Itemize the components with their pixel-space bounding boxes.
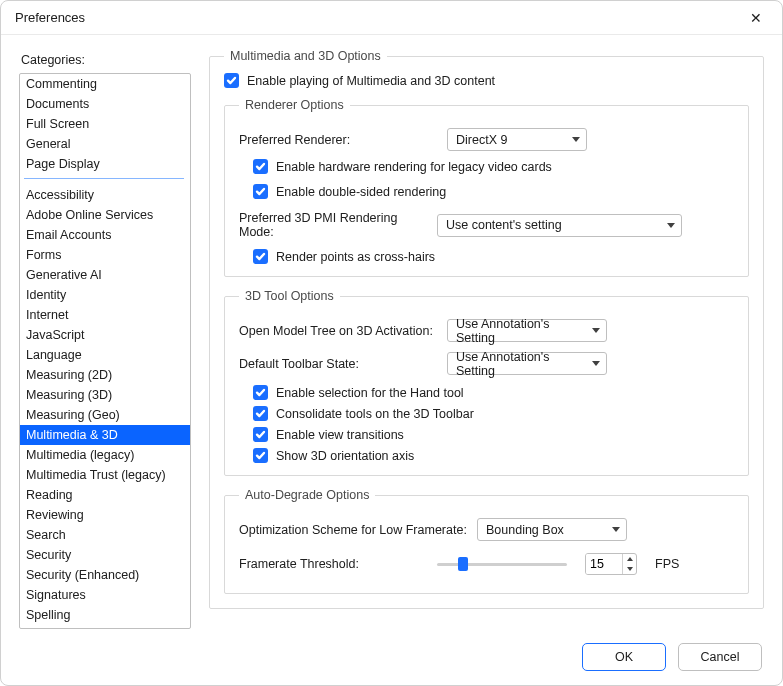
category-item[interactable]: Spelling bbox=[20, 605, 190, 625]
field-label: Framerate Threshold: bbox=[239, 557, 419, 571]
select-value: DirectX 9 bbox=[456, 133, 507, 147]
pmi-mode-select[interactable]: Use content's setting bbox=[437, 214, 682, 237]
chevron-down-icon bbox=[627, 567, 633, 571]
category-item[interactable]: Multimedia Trust (legacy) bbox=[20, 465, 190, 485]
category-item[interactable]: Multimedia & 3D bbox=[20, 425, 190, 445]
checkbox-label: Show 3D orientation axis bbox=[276, 449, 414, 463]
checkbox-checked-icon bbox=[253, 184, 268, 199]
enable-playing-checkbox[interactable]: Enable playing of Multimedia and 3D cont… bbox=[224, 73, 749, 88]
spinner-down-button[interactable] bbox=[623, 564, 636, 574]
category-item[interactable]: Identity bbox=[20, 285, 190, 305]
checkbox-label: Enable hardware rendering for legacy vid… bbox=[276, 160, 552, 174]
category-item[interactable]: Tracker bbox=[20, 625, 190, 629]
preferred-renderer-row: Preferred Renderer: DirectX 9 bbox=[239, 128, 734, 151]
checkbox-checked-icon bbox=[253, 448, 268, 463]
optimization-scheme-row: Optimization Scheme for Low Framerate: B… bbox=[239, 518, 734, 541]
checkbox-checked-icon bbox=[253, 159, 268, 174]
select-value: Use content's setting bbox=[446, 218, 562, 232]
view-transitions-checkbox[interactable]: Enable view transitions bbox=[253, 427, 734, 442]
close-button[interactable]: ✕ bbox=[742, 4, 770, 32]
chevron-down-icon bbox=[592, 328, 600, 333]
double-sided-checkbox[interactable]: Enable double-sided rendering bbox=[253, 184, 734, 199]
consolidate-tools-checkbox[interactable]: Consolidate tools on the 3D Toolbar bbox=[253, 406, 734, 421]
categories-list[interactable]: CommentingDocumentsFull ScreenGeneralPag… bbox=[19, 73, 191, 629]
category-item[interactable]: Measuring (Geo) bbox=[20, 405, 190, 425]
category-item[interactable]: Internet bbox=[20, 305, 190, 325]
chevron-up-icon bbox=[627, 557, 633, 561]
category-item[interactable]: Adobe Online Services bbox=[20, 205, 190, 225]
category-item[interactable]: Accessibility bbox=[20, 185, 190, 205]
checkbox-label: Render points as cross-hairs bbox=[276, 250, 435, 264]
framerate-threshold-row: Framerate Threshold: FPS bbox=[239, 553, 734, 575]
auto-degrade-group: Auto-Degrade Options Optimization Scheme… bbox=[224, 488, 749, 594]
category-item[interactable]: Security (Enhanced) bbox=[20, 565, 190, 585]
window-title: Preferences bbox=[15, 10, 85, 25]
checkbox-label: Enable selection for the Hand tool bbox=[276, 386, 464, 400]
field-label: Preferred Renderer: bbox=[239, 133, 439, 147]
crosshairs-checkbox[interactable]: Render points as cross-hairs bbox=[253, 249, 734, 264]
checkbox-label: Enable playing of Multimedia and 3D cont… bbox=[247, 74, 495, 88]
ok-button[interactable]: OK bbox=[582, 643, 666, 671]
button-label: Cancel bbox=[701, 650, 740, 664]
preferred-renderer-select[interactable]: DirectX 9 bbox=[447, 128, 587, 151]
chevron-down-icon bbox=[612, 527, 620, 532]
orientation-axis-checkbox[interactable]: Show 3D orientation axis bbox=[253, 448, 734, 463]
model-tree-select[interactable]: Use Annotation's Setting bbox=[447, 319, 607, 342]
category-item[interactable]: Reviewing bbox=[20, 505, 190, 525]
checkbox-checked-icon bbox=[253, 385, 268, 400]
slider-thumb[interactable] bbox=[458, 557, 468, 571]
select-value: Use Annotation's Setting bbox=[456, 317, 586, 345]
category-item[interactable]: Reading bbox=[20, 485, 190, 505]
checkbox-label: Enable view transitions bbox=[276, 428, 404, 442]
settings-panel: Multimedia and 3D Options Enable playing… bbox=[209, 49, 764, 629]
category-item[interactable]: Signatures bbox=[20, 585, 190, 605]
category-item[interactable]: Measuring (3D) bbox=[20, 385, 190, 405]
framerate-threshold-spinner[interactable] bbox=[585, 553, 637, 575]
field-label: Optimization Scheme for Low Framerate: bbox=[239, 523, 469, 537]
category-item[interactable]: JavaScript bbox=[20, 325, 190, 345]
toolbar-state-select[interactable]: Use Annotation's Setting bbox=[447, 352, 607, 375]
category-item[interactable]: Full Screen bbox=[20, 114, 190, 134]
checkbox-checked-icon bbox=[253, 427, 268, 442]
group-legend: Renderer Options bbox=[239, 98, 350, 112]
category-item[interactable]: General bbox=[20, 134, 190, 154]
category-item[interactable]: Search bbox=[20, 525, 190, 545]
hand-selection-checkbox[interactable]: Enable selection for the Hand tool bbox=[253, 385, 734, 400]
button-label: OK bbox=[615, 650, 633, 664]
checkbox-label: Consolidate tools on the 3D Toolbar bbox=[276, 407, 474, 421]
category-item[interactable]: Page Display bbox=[20, 154, 190, 174]
category-item[interactable]: Forms bbox=[20, 245, 190, 265]
framerate-threshold-input[interactable] bbox=[586, 554, 622, 574]
hardware-rendering-checkbox[interactable]: Enable hardware rendering for legacy vid… bbox=[253, 159, 734, 174]
optimization-scheme-select[interactable]: Bounding Box bbox=[477, 518, 627, 541]
model-tree-row: Open Model Tree on 3D Activation: Use An… bbox=[239, 319, 734, 342]
chevron-down-icon bbox=[592, 361, 600, 366]
category-item[interactable]: Commenting bbox=[20, 74, 190, 94]
category-item[interactable]: Security bbox=[20, 545, 190, 565]
category-separator bbox=[24, 178, 184, 179]
group-legend: 3D Tool Options bbox=[239, 289, 340, 303]
category-item[interactable]: Language bbox=[20, 345, 190, 365]
category-item[interactable]: Generative AI bbox=[20, 265, 190, 285]
category-item[interactable]: Multimedia (legacy) bbox=[20, 445, 190, 465]
close-icon: ✕ bbox=[750, 11, 762, 25]
select-value: Bounding Box bbox=[486, 523, 564, 537]
3d-tool-options-group: 3D Tool Options Open Model Tree on 3D Ac… bbox=[224, 289, 749, 476]
category-item[interactable]: Email Accounts bbox=[20, 225, 190, 245]
chevron-down-icon bbox=[667, 223, 675, 228]
spinner-up-button[interactable] bbox=[623, 554, 636, 564]
titlebar: Preferences ✕ bbox=[1, 1, 782, 35]
categories-label: Categories: bbox=[21, 53, 191, 67]
toolbar-state-row: Default Toolbar State: Use Annotation's … bbox=[239, 352, 734, 375]
checkbox-checked-icon bbox=[253, 249, 268, 264]
group-legend: Multimedia and 3D Options bbox=[224, 49, 387, 63]
renderer-options-group: Renderer Options Preferred Renderer: Dir… bbox=[224, 98, 749, 277]
checkbox-checked-icon bbox=[253, 406, 268, 421]
category-item[interactable]: Documents bbox=[20, 94, 190, 114]
cancel-button[interactable]: Cancel bbox=[678, 643, 762, 671]
slider-track bbox=[437, 563, 567, 566]
category-item[interactable]: Measuring (2D) bbox=[20, 365, 190, 385]
framerate-threshold-slider[interactable] bbox=[437, 556, 567, 572]
field-label: Default Toolbar State: bbox=[239, 357, 439, 371]
field-label: Open Model Tree on 3D Activation: bbox=[239, 324, 439, 338]
